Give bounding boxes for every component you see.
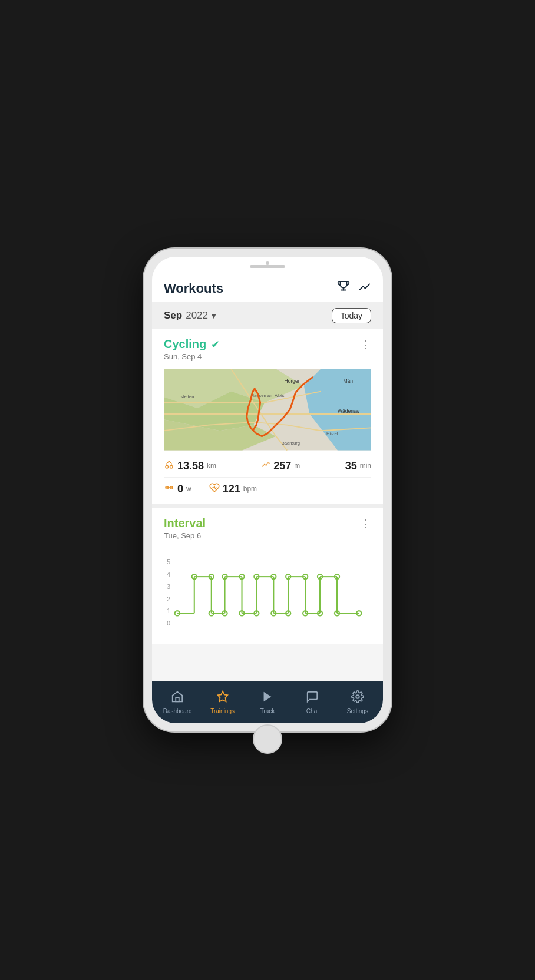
svg-text:Hausen am Albis: Hausen am Albis — [250, 393, 284, 398]
trainings-icon — [216, 690, 229, 706]
elevation-icon — [261, 460, 270, 472]
home-icon — [171, 690, 184, 706]
svg-text:2: 2 — [167, 596, 170, 602]
svg-point-15 — [166, 466, 169, 469]
nav-item-track[interactable]: Track — [245, 690, 290, 714]
svg-text:1: 1 — [167, 608, 170, 614]
bottom-nav: Dashboard Trainings — [152, 681, 383, 723]
cycling-stats-row2: 0 w 121 bpm — [164, 482, 371, 495]
heartrate-stat: 121 bpm — [209, 482, 257, 495]
svg-text:stetten: stetten — [181, 394, 194, 399]
date-month: Sep — [164, 310, 182, 322]
nav-item-chat[interactable]: Chat — [290, 690, 335, 714]
svg-marker-71 — [264, 691, 272, 701]
svg-text:Baarburg: Baarburg — [282, 441, 300, 446]
duration-unit: min — [360, 462, 371, 470]
chevron-down-icon: ▾ — [212, 311, 216, 320]
nav-label-track: Track — [260, 708, 275, 714]
cycling-name: Cycling — [164, 337, 206, 351]
interval-name: Interval — [164, 517, 206, 530]
cycling-date: Sun, Sep 4 — [164, 352, 371, 361]
page-title: Workouts — [164, 281, 223, 296]
distance-icon — [164, 459, 174, 472]
completed-check-icon: ✔ — [211, 338, 220, 351]
nav-item-settings[interactable]: Settings — [335, 690, 380, 714]
svg-text:Wädensw: Wädensw — [338, 408, 360, 414]
card-divider — [152, 504, 383, 508]
chart-icon[interactable] — [358, 280, 371, 296]
svg-point-16 — [170, 466, 173, 469]
notch-area — [152, 257, 383, 273]
duration-value: 35 — [345, 460, 357, 472]
svg-marker-70 — [217, 691, 227, 701]
header: Workouts — [152, 273, 383, 302]
svg-text:Hirzel: Hirzel — [326, 431, 338, 436]
power-stat: 0 w — [164, 482, 191, 495]
nav-label-chat: Chat — [306, 708, 319, 714]
elevation-unit: m — [294, 462, 300, 470]
distance-value: 13.58 — [177, 460, 204, 472]
date-selector[interactable]: Sep 2022 ▾ — [164, 310, 216, 322]
date-year: 2022 — [186, 310, 208, 322]
content-scroll: Cycling ✔ ⋮ Sun, Sep 4 — [152, 329, 383, 681]
cycling-header: Cycling ✔ ⋮ — [164, 337, 371, 351]
heartrate-icon — [209, 482, 220, 495]
phone-screen: Workouts — [152, 257, 383, 723]
interval-card: Interval ⋮ Tue, Sep 6 5 4 3 2 1 0 — [152, 508, 383, 644]
today-button[interactable]: Today — [332, 308, 371, 323]
speaker — [250, 265, 285, 268]
trophy-icon[interactable] — [337, 280, 350, 296]
track-icon — [261, 690, 274, 706]
elevation-value: 257 — [273, 460, 291, 472]
interval-date: Tue, Sep 6 — [164, 531, 371, 540]
cycling-card: Cycling ✔ ⋮ Sun, Sep 4 — [152, 329, 383, 504]
svg-text:Män: Män — [343, 378, 353, 384]
phone-frame: Workouts — [144, 249, 391, 731]
nav-label-settings: Settings — [347, 708, 368, 714]
nav-label-dashboard: Dashboard — [163, 708, 192, 714]
interval-more-button[interactable]: ⋮ — [360, 517, 371, 530]
cycling-map: stetten Hausen am Albis Män Wädensw Horg… — [164, 367, 371, 452]
cycling-stats-row1: 13.58 km 257 m — [164, 459, 371, 478]
elevation-stat: 257 m — [261, 460, 300, 472]
interval-header: Interval ⋮ — [164, 517, 371, 530]
svg-point-72 — [356, 695, 359, 698]
svg-rect-69 — [176, 697, 179, 701]
interval-chart: 5 4 3 2 1 0 — [164, 551, 371, 633]
distance-stat: 13.58 km — [164, 459, 216, 472]
nav-label-trainings: Trainings — [210, 708, 235, 714]
power-unit: w — [186, 485, 191, 493]
svg-text:0: 0 — [167, 620, 170, 627]
header-actions — [337, 280, 371, 296]
app-screen: Workouts — [152, 273, 383, 723]
duration-stat: 35 min — [345, 460, 371, 472]
heartrate-value: 121 — [223, 483, 240, 495]
svg-text:5: 5 — [167, 559, 170, 565]
date-bar: Sep 2022 ▾ Today — [152, 302, 383, 329]
home-button[interactable] — [253, 724, 282, 754]
settings-icon — [351, 690, 364, 706]
nav-item-dashboard[interactable]: Dashboard — [155, 690, 200, 714]
svg-text:4: 4 — [167, 571, 170, 578]
chat-icon — [306, 690, 319, 706]
nav-item-trainings[interactable]: Trainings — [200, 690, 245, 714]
power-value: 0 — [177, 483, 183, 495]
cycling-title-row: Cycling ✔ — [164, 337, 220, 351]
cycling-more-button[interactable]: ⋮ — [360, 338, 371, 351]
svg-text:Horgen: Horgen — [285, 378, 301, 384]
power-icon — [164, 482, 174, 495]
distance-unit: km — [207, 462, 216, 470]
heartrate-unit: bpm — [243, 485, 257, 493]
svg-text:3: 3 — [167, 584, 170, 590]
